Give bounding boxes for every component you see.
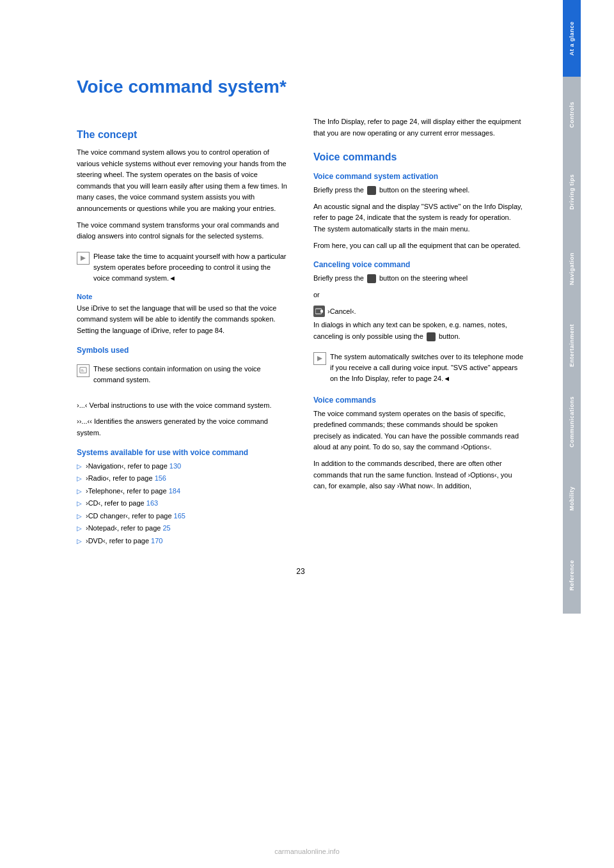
- list-item-link[interactable]: 163: [146, 499, 158, 507]
- page-title: Voice command system*: [77, 77, 524, 97]
- canceling-text1: Briefly press the button on the steering…: [313, 273, 524, 284]
- sidebar-tab-controls[interactable]: Controls: [563, 77, 581, 153]
- list-item: ▷›Telephone‹, refer to page 184: [77, 486, 288, 497]
- the-concept-title: The concept: [77, 129, 288, 141]
- list-item-text: ›Telephone‹, refer to page 184: [86, 486, 180, 497]
- canceling-title: Canceling voice command: [313, 260, 524, 269]
- page-container: Voice command system* The concept The vo…: [0, 0, 614, 868]
- list-arrow: ▷: [77, 536, 83, 546]
- list-item-link[interactable]: 130: [169, 462, 181, 470]
- list-item: ▷›CD changer‹, refer to page 165: [77, 511, 288, 522]
- sidebar-tab-communications[interactable]: Communications: [563, 384, 581, 460]
- list-item: ▷›CD‹, refer to page 163: [77, 498, 288, 509]
- sidebar-tab-navigation[interactable]: Navigation: [563, 230, 581, 307]
- voice-cmd-text1: The voice command system operates on the…: [313, 408, 524, 453]
- right-column: The Info Display, refer to page 24, will…: [313, 116, 524, 548]
- the-concept-para2: The voice command system transforms your…: [77, 220, 288, 242]
- or-text: or: [313, 290, 524, 301]
- note-title: Note: [77, 293, 288, 300]
- canceling-info-icon: [313, 352, 326, 365]
- list-arrow: ▷: [77, 523, 83, 533]
- mic-dialog-icon: [427, 332, 436, 341]
- the-concept-para1: The voice command system allows you to c…: [77, 147, 288, 215]
- sidebar-tab-entertainment[interactable]: Entertainment: [563, 307, 581, 384]
- list-item: ▷›Navigation‹, refer to page 130: [77, 461, 288, 472]
- list-item-text: ›CD changer‹, refer to page 165: [86, 511, 185, 522]
- sym3-text: ››...‹‹ Identifies the answers generated…: [77, 416, 288, 438]
- canceling-section: Canceling voice command Briefly press th…: [313, 260, 524, 387]
- list-item-link[interactable]: 170: [151, 537, 162, 545]
- canceling-text2: In dialogs in which any text can be spok…: [313, 320, 524, 342]
- voice-cmd-subsection: Voice commands The voice command system …: [313, 396, 524, 492]
- symbols-title: Symbols used: [77, 346, 288, 355]
- list-item-text: ›CD‹, refer to page 163: [86, 498, 158, 509]
- sym2-text: ›...‹ Verbal instructions to use with th…: [77, 400, 288, 412]
- list-arrow: ▷: [77, 474, 83, 483]
- list-arrow: ▷: [77, 511, 83, 521]
- sidebar-tab-at-a-glance[interactable]: At a glance: [563, 0, 581, 77]
- list-item: ▷›Radio‹, refer to page 156: [77, 473, 288, 484]
- svg-rect-2: [81, 369, 83, 370]
- left-column: The concept The voice command system all…: [77, 116, 288, 548]
- list-item: ▷›Notepad‹, refer to page 25: [77, 523, 288, 534]
- main-content: Voice command system* The concept The vo…: [0, 0, 563, 868]
- activation-title: Voice command system activation: [313, 172, 524, 181]
- systems-section: Systems available for use with voice com…: [77, 448, 288, 546]
- note-text: Use iDrive to set the language that will…: [77, 303, 288, 337]
- cancel-icon-small: [313, 306, 325, 317]
- symbols-section: Symbols used These sections contain info…: [77, 346, 288, 439]
- list-arrow: ▷: [77, 486, 83, 496]
- svg-marker-6: [317, 356, 322, 361]
- list-arrow: ▷: [77, 499, 83, 508]
- list-item-text: ›Radio‹, refer to page 156: [86, 473, 166, 484]
- concept-info-text: Please take the time to acquaint yoursel…: [93, 251, 288, 284]
- list-item-text: ›Notepad‹, refer to page 25: [86, 523, 171, 534]
- voice-cmd-text2: In addition to the commands described, t…: [313, 458, 524, 492]
- voice-commands-title: Voice commands: [313, 151, 524, 163]
- note-section: Note Use iDrive to set the language that…: [77, 293, 288, 337]
- voice-cmd-sub-title: Voice commands: [313, 396, 524, 405]
- concept-info-box: Please take the time to acquaint yoursel…: [77, 249, 288, 286]
- sym1-text: These sections contain information on us…: [93, 364, 288, 386]
- cancel-cmd-text: ›Cancel‹.: [327, 307, 356, 315]
- svg-marker-0: [81, 256, 86, 261]
- list-arrow: ▷: [77, 461, 83, 471]
- sym1-icon: [77, 364, 90, 377]
- info-box-icon: [77, 252, 90, 265]
- activation-text2: An acoustic signal and the display "SVS …: [313, 201, 524, 235]
- mic-button-icon: [367, 186, 376, 195]
- mic-cancel-icon: [367, 274, 376, 283]
- two-column-layout: The concept The voice command system all…: [77, 116, 524, 548]
- list-item-link[interactable]: 25: [162, 524, 170, 532]
- systems-title: Systems available for use with voice com…: [77, 448, 288, 457]
- list-item-link[interactable]: 165: [174, 512, 185, 520]
- svg-rect-3: [81, 371, 84, 371]
- list-item: ▷›DVD‹, refer to page 170: [77, 536, 288, 546]
- list-item-link[interactable]: 156: [155, 474, 166, 482]
- sym1-box: These sections contain information on us…: [77, 361, 288, 394]
- list-item-text: ›Navigation‹, refer to page 130: [86, 461, 181, 472]
- cancel-command-line: ›Cancel‹.: [313, 306, 524, 317]
- canceling-info-box: The system automatically switches over t…: [313, 349, 524, 387]
- activation-text3: From here, you can call up all the equip…: [313, 240, 524, 252]
- sidebar: At a glanceControlsDriving tipsNavigatio…: [563, 0, 581, 868]
- activation-section: Voice command system activation Briefly …: [313, 172, 524, 251]
- page-number: 23: [77, 567, 524, 576]
- list-item-text: ›DVD‹, refer to page 170: [86, 536, 162, 546]
- watermark: carmanualonline.info: [274, 848, 340, 855]
- systems-list: ▷›Navigation‹, refer to page 130▷›Radio‹…: [77, 461, 288, 546]
- info-display-text: The Info Display, refer to page 24, will…: [313, 116, 524, 139]
- list-item-link[interactable]: 184: [169, 487, 180, 495]
- sidebar-tab-driving-tips[interactable]: Driving tips: [563, 153, 581, 230]
- voice-commands-section: Voice commands Voice command system acti…: [313, 151, 524, 492]
- sidebar-tab-mobility[interactable]: Mobility: [563, 460, 581, 537]
- sidebar-tab-reference[interactable]: Reference: [563, 537, 581, 614]
- activation-text1: Briefly press the button on the steering…: [313, 185, 524, 196]
- canceling-info-text: The system automatically switches over t…: [330, 352, 524, 384]
- the-concept-section: The concept The voice command system all…: [77, 129, 288, 286]
- svg-rect-5: [320, 310, 323, 313]
